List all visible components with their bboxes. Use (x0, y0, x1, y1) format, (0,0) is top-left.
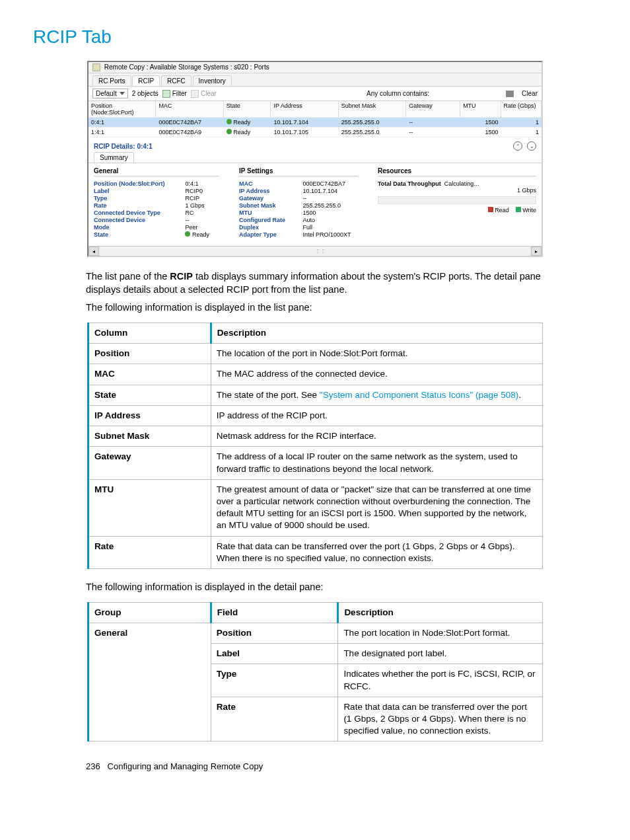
tab-rcip[interactable]: RCIP (132, 75, 160, 86)
expand-icon[interactable]: ⌄ (527, 141, 536, 151)
tab-inventory[interactable]: Inventory (193, 75, 232, 86)
general-header: General (94, 167, 219, 176)
status-ready-icon (227, 129, 232, 134)
col-position[interactable]: Position (Node:Slot:Port) (88, 101, 156, 117)
object-count: 2 objects (132, 90, 158, 97)
throughput-max: 1 Gbps (378, 187, 536, 194)
any-column-label: Any column contains: (367, 90, 429, 97)
th-column: Column (88, 323, 211, 344)
ip-settings-header: IP Settings (239, 167, 358, 176)
collapse-icon[interactable]: ⌃ (513, 141, 522, 151)
clear-button[interactable]: Clear (522, 90, 538, 97)
clear-filter-label: Clear (201, 90, 217, 97)
detail-pane-table: Group Field Description General Position… (87, 602, 543, 742)
window-title-text: Remote Copy : Available Storage Systems … (104, 63, 269, 71)
scroll-right-icon[interactable]: ▸ (531, 247, 542, 256)
chevron-down-icon (120, 92, 125, 95)
body-para-3: The following information is displayed i… (86, 581, 544, 594)
filter-combo-value: Default (96, 90, 117, 97)
tabs-bar: RC Ports RCIP RCFC Inventory (88, 73, 542, 87)
legend-write-swatch (516, 207, 521, 212)
legend-read-swatch (488, 207, 493, 212)
col-ip[interactable]: IP Address (271, 101, 338, 117)
list-pane-table: Column Description PositionThe location … (87, 323, 543, 569)
window-title: Remote Copy : Available Storage Systems … (88, 62, 542, 73)
list-header-row: Position (Node:Slot:Port) MAC State IP A… (88, 101, 542, 118)
col-rate[interactable]: Rate (Gbps) (501, 101, 542, 117)
toolbar: Default 2 objects Filter Clear Any colum… (88, 87, 542, 101)
scroll-left-icon[interactable]: ◂ (88, 247, 99, 256)
body-para-2: The following information is displayed i… (86, 301, 544, 315)
page-title: RCIP Tab (33, 26, 630, 48)
body-para-1: The list pane of the RCIP tab displays s… (86, 270, 544, 296)
th-description: Description (211, 323, 542, 344)
clear-icon (191, 90, 199, 98)
th-group: Group (88, 602, 211, 623)
status-ready-icon (185, 231, 190, 237)
horizontal-scrollbar[interactable]: ◂ ⋮⋮ ▸ (88, 246, 542, 256)
col-mac[interactable]: MAC (156, 101, 223, 117)
print-icon[interactable] (506, 91, 514, 97)
filter-combo[interactable]: Default (92, 89, 128, 98)
screenshot-panel: Remote Copy : Available Storage Systems … (87, 61, 543, 257)
detail-pane: General Position (Node:Slot:Port)0:4:1 L… (88, 163, 542, 246)
details-title: RCIP Details: 0:4:1 (94, 143, 153, 150)
throughput-bar (378, 196, 536, 204)
tab-rc-ports[interactable]: RC Ports (92, 75, 131, 86)
col-mask[interactable]: Subnet Mask (339, 101, 406, 117)
chart-legend: Read Write (378, 207, 536, 213)
filter-label: Filter (172, 90, 187, 97)
filter-icon (162, 90, 170, 98)
page-footer: 236 Configuring and Managing Remote Copy (86, 761, 630, 771)
list-row[interactable]: 1:4:1 000E0C742BA9 Ready 10.101.7.105 25… (88, 128, 542, 137)
status-ready-icon (227, 119, 232, 124)
col-gateway[interactable]: Gateway (406, 101, 460, 117)
link-status-icons[interactable]: "System and Component Status Icons" (pag… (320, 390, 519, 400)
tab-rcfc[interactable]: RCFC (161, 75, 192, 86)
resources-header: Resources (378, 167, 536, 176)
col-mtu[interactable]: MTU (460, 101, 501, 117)
filter-button[interactable]: Filter (162, 90, 187, 98)
th-field: Field (211, 602, 338, 623)
th-description2: Description (338, 602, 543, 623)
sub-tab-summary[interactable]: Summary (94, 152, 134, 163)
list-row[interactable]: 0:4:1 000E0C742BA7 Ready 10.101.7.104 25… (88, 118, 542, 128)
window-icon (92, 63, 100, 71)
col-state[interactable]: State (224, 101, 271, 117)
clear-filter-button[interactable]: Clear (191, 90, 217, 98)
